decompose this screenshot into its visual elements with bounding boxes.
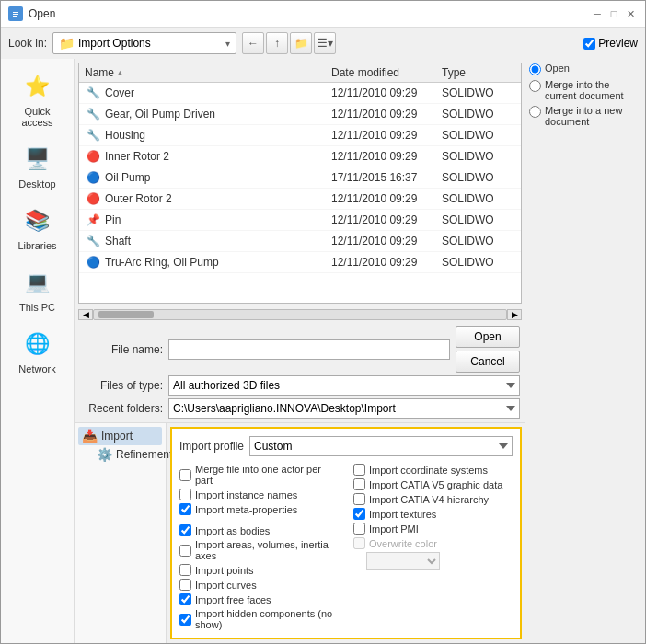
up-button[interactable]: ↑ (266, 32, 288, 54)
check-import-curves-input[interactable] (179, 579, 191, 591)
file-name: Housing (105, 129, 331, 142)
check-merge-file-input[interactable] (179, 469, 191, 481)
file-list-container[interactable]: Name ▲ Date modified Type 🔧 Cover 12/11/… (78, 63, 522, 304)
horizontal-scrollbar[interactable] (93, 309, 507, 320)
file-name-input[interactable] (168, 339, 450, 360)
file-name-row: File name: Open Cancel (80, 326, 520, 373)
libraries-icon: 📚 (21, 204, 54, 237)
view-button[interactable]: ☰▾ (314, 32, 336, 54)
file-item[interactable]: 🔧 Gear, Oil Pump Driven 12/11/2010 09:29… (79, 104, 521, 125)
new-folder-button[interactable]: 📁 (290, 32, 312, 54)
files-of-type-select[interactable]: All authorized 3D files (168, 375, 520, 396)
files-of-type-label: Files of type: (80, 379, 163, 392)
overwrite-color-select (366, 552, 440, 570)
file-name-label: File name: (80, 343, 163, 356)
check-import-instance-label: Import instance names (195, 489, 297, 500)
sidebar-item-this-pc[interactable]: 💻 This PC (6, 262, 70, 316)
file-name: Gear, Oil Pump Driven (105, 108, 331, 121)
radio-merge-new[interactable] (529, 106, 541, 118)
scroll-right-button[interactable]: ▶ (507, 309, 522, 320)
separator (179, 518, 339, 522)
back-button[interactable]: ← (242, 32, 264, 54)
radio-open[interactable] (529, 63, 541, 75)
file-type: SOLIDWO (442, 171, 515, 184)
sidebar-item-desktop[interactable]: 🖥️ Desktop (6, 139, 70, 193)
maximize-button[interactable]: □ (606, 6, 621, 21)
scroll-left-button[interactable]: ◀ (78, 309, 93, 320)
file-item[interactable]: 🔵 Tru-Arc Ring, Oil Pump 12/11/2010 09:2… (79, 252, 521, 273)
nav-item-import[interactable]: 📥 Import (78, 427, 162, 445)
nav-tree: 📥 Import ⚙️ Refinement (75, 423, 167, 643)
file-type: SOLIDWO (442, 86, 515, 99)
svg-rect-3 (13, 16, 17, 17)
nav-label-import: Import (101, 430, 133, 443)
file-item[interactable]: 📌 Pin 12/11/2010 09:29 SOLIDWO (79, 210, 521, 231)
check-import-bodies-input[interactable] (179, 524, 191, 536)
open-button[interactable]: Open (456, 326, 520, 348)
look-in-dropdown[interactable]: 📁 Import Options ▾ (52, 32, 236, 54)
file-item[interactable]: 🔴 Outer Rotor 2 12/11/2010 09:29 SOLIDWO (79, 189, 521, 210)
file-name: Pin (105, 213, 331, 226)
nav-item-refinement[interactable]: ⚙️ Refinement (93, 445, 162, 464)
radio-merge-current[interactable] (529, 80, 541, 92)
file-name: Shaft (105, 235, 331, 247)
cancel-button[interactable]: Cancel (456, 351, 520, 373)
svg-rect-1 (13, 12, 18, 13)
sidebar-label-this-pc: This PC (19, 302, 55, 313)
import-profile-select[interactable]: Custom Default Standard (249, 436, 513, 456)
sort-icon: ▲ (116, 68, 124, 77)
file-date: 12/11/2010 09:29 (331, 256, 442, 269)
file-list-header: Name ▲ Date modified Type (79, 63, 521, 83)
check-import-hidden-input[interactable] (179, 614, 191, 626)
sidebar-label-libraries: Libraries (17, 240, 56, 251)
sidebar-item-quick-access[interactable]: ⭐ Quick access (6, 66, 70, 132)
file-item[interactable]: 🔧 Cover 12/11/2010 09:29 SOLIDWO (79, 83, 521, 104)
file-item[interactable]: 🔧 Housing 12/11/2010 09:29 SOLIDWO (79, 125, 521, 146)
sidebar-item-libraries[interactable]: 📚 Libraries (6, 201, 70, 255)
check-import-pmi-input[interactable] (353, 523, 365, 535)
file-date: 12/11/2010 09:29 (331, 192, 442, 205)
check-import-free-faces-input[interactable] (179, 593, 191, 605)
window-title: Open (29, 7, 55, 20)
file-item[interactable]: 🔵 Oil Pump 17/11/2015 16:37 SOLIDWO (79, 167, 521, 189)
minimize-button[interactable]: ─ (590, 6, 605, 21)
sidebar-label-desktop: Desktop (18, 178, 55, 190)
check-import-meta-input[interactable] (179, 503, 191, 515)
scrollbar-thumb (98, 311, 154, 318)
recent-folders-select[interactable]: C:\Users\aaprigliano.INNOVA\Desktop\Impo… (168, 398, 520, 419)
check-import-bodies-label: Import as bodies (195, 525, 270, 536)
check-overwrite-color-label: Overwrite color (369, 538, 437, 549)
check-import-catia-v4-label: Import CATIA V4 hierarchy (369, 494, 489, 505)
file-item[interactable]: 🔴 Inner Rotor 2 12/11/2010 09:29 SOLIDWO (79, 146, 521, 167)
main-area: ⭐ Quick access 🖥️ Desktop 📚 Libraries 💻 … (1, 59, 645, 643)
check-import-textures-input[interactable] (353, 508, 365, 520)
check-merge-file-label: Merge file into one actor per part (195, 464, 339, 486)
file-name: Oil Pump (105, 171, 331, 184)
radio-merge-new-row: Merge into a new document (529, 105, 641, 127)
check-import-catia-v4-input[interactable] (353, 493, 365, 505)
file-type: SOLIDWO (442, 150, 515, 163)
network-icon: 🌐 (21, 328, 54, 361)
check-import-catia-v4: Import CATIA V4 hierarchy (353, 493, 513, 505)
title-bar: Open ─ □ ✕ (1, 1, 645, 28)
check-import-curves: Import curves (179, 579, 339, 591)
close-button[interactable]: ✕ (623, 6, 638, 21)
file-type: SOLIDWO (442, 192, 515, 205)
bottom-form: File name: Open Cancel Files of type: Al… (75, 322, 525, 422)
sidebar-item-network[interactable]: 🌐 Network (6, 324, 70, 378)
check-import-points-label: Import points (195, 565, 254, 576)
check-import-instance-input[interactable] (179, 489, 191, 500)
options-left-col: Merge file into one actor per part Impor… (179, 464, 339, 630)
check-import-areas-input[interactable] (179, 545, 191, 557)
recent-folders-row: Recent folders: C:\Users\aaprigliano.INN… (80, 398, 520, 419)
preview-checkbox[interactable] (583, 38, 595, 50)
check-import-points-input[interactable] (179, 564, 191, 576)
file-type-icon: 🔵 (85, 254, 101, 270)
action-buttons: Open Cancel (456, 326, 520, 373)
file-name: Outer Rotor 2 (105, 192, 331, 205)
import-nav-icon: 📥 (82, 429, 98, 443)
radio-merge-current-label: Merge into the current document (545, 79, 641, 101)
file-item[interactable]: 🔧 Shaft 12/11/2010 09:29 SOLIDWO (79, 231, 521, 252)
check-import-catia-v5-input[interactable] (353, 478, 365, 490)
check-import-coord-input[interactable] (353, 464, 365, 476)
